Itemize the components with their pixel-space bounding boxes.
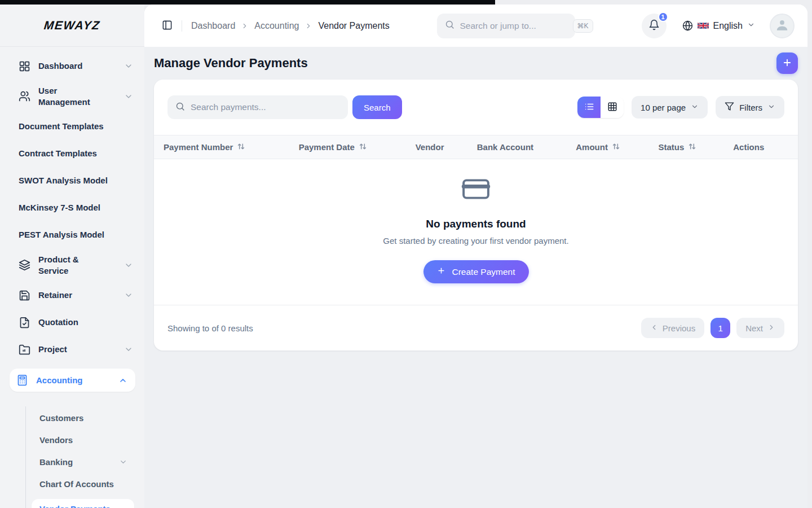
column-label: Status bbox=[659, 142, 685, 152]
sidebar-item-label: SWOT Analysis Model bbox=[19, 175, 108, 186]
sidebar-item-label: Dashboard bbox=[38, 60, 82, 72]
breadcrumb-accounting[interactable]: Accounting bbox=[254, 21, 299, 31]
sidebar-item-swot-analysis[interactable]: SWOT Analysis Model bbox=[9, 173, 135, 189]
column-payment-date[interactable]: Payment Date bbox=[299, 142, 416, 152]
content-area: Manage Vendor Payments Search bbox=[144, 47, 807, 508]
sidebar-header: MEWAYZ bbox=[0, 5, 144, 47]
sidebar-subitem-vendors[interactable]: Vendors bbox=[32, 433, 135, 447]
sidebar-subitem-customers[interactable]: Customers bbox=[32, 411, 135, 425]
chevron-down-icon bbox=[767, 103, 775, 112]
sort-icon bbox=[688, 142, 696, 152]
sidebar-item-project[interactable]: Project bbox=[9, 341, 135, 357]
grid-view-button[interactable] bbox=[601, 97, 624, 118]
global-search[interactable]: ⌘K bbox=[437, 14, 575, 38]
sidebar-subitem-label: Vendors bbox=[39, 435, 73, 445]
top-progress-bar bbox=[0, 0, 495, 5]
sidebar-item-dashboard[interactable]: Dashboard bbox=[9, 58, 135, 74]
search-shortcut-badge: ⌘K bbox=[573, 19, 593, 33]
column-bank-account: Bank Account bbox=[477, 142, 576, 152]
chevron-down-icon bbox=[124, 92, 133, 101]
notification-badge: 1 bbox=[658, 12, 668, 22]
per-page-select[interactable]: 10 per page bbox=[632, 96, 708, 119]
sidebar-item-quotation[interactable]: Quotation bbox=[9, 314, 135, 330]
pagination: Previous 1 Next bbox=[641, 318, 784, 338]
chevron-right-icon bbox=[241, 22, 249, 30]
avatar-person-icon bbox=[775, 17, 789, 34]
sidebar-item-label: McKinsey 7-S Model bbox=[19, 202, 100, 213]
calculator-icon bbox=[16, 374, 28, 386]
chevron-down-icon bbox=[124, 345, 133, 354]
sidebar-item-label: Project bbox=[38, 344, 67, 355]
sidebar-item-pest-analysis[interactable]: PEST Analysis Model bbox=[9, 227, 135, 243]
scrollbar-gutter bbox=[807, 0, 812, 508]
panel-toggle-icon bbox=[162, 20, 173, 32]
plus-icon bbox=[782, 58, 792, 69]
list-view-button[interactable] bbox=[577, 97, 601, 118]
sidebar-item-retainer[interactable]: Retainer bbox=[9, 287, 135, 303]
per-page-value: 10 per page bbox=[641, 103, 686, 112]
breadcrumb-current: Vendor Payments bbox=[318, 21, 389, 31]
topbar-divider bbox=[182, 20, 182, 32]
column-label: Amount bbox=[576, 142, 608, 152]
sidebar-toggle-button[interactable] bbox=[160, 17, 175, 34]
empty-state-subtitle: Get started by creating your first vendo… bbox=[383, 236, 568, 246]
filters-label: Filters bbox=[739, 103, 762, 112]
column-amount[interactable]: Amount bbox=[576, 142, 658, 152]
sidebar-item-contract-templates[interactable]: Contract Templates bbox=[9, 146, 135, 161]
search-icon bbox=[445, 20, 454, 32]
language-selector[interactable]: English bbox=[682, 20, 755, 31]
previous-page-button[interactable]: Previous bbox=[641, 318, 704, 338]
breadcrumb-dashboard[interactable]: Dashboard bbox=[191, 21, 235, 31]
create-payment-button[interactable]: Create Payment bbox=[423, 260, 529, 283]
view-toggle bbox=[577, 97, 624, 118]
brand-logo: MEWAYZ bbox=[43, 19, 101, 32]
sidebar-item-mckinsey-7s[interactable]: McKinsey 7-S Model bbox=[9, 200, 135, 216]
plus-icon bbox=[437, 266, 445, 277]
user-avatar[interactable] bbox=[770, 14, 795, 38]
payments-search-input[interactable] bbox=[191, 102, 340, 112]
main-panel: Dashboard Accounting Vendor Payments ⌘K … bbox=[144, 5, 807, 508]
chevron-down-icon bbox=[747, 21, 755, 30]
page-number-button[interactable]: 1 bbox=[710, 318, 730, 338]
global-search-input[interactable] bbox=[460, 21, 573, 31]
sidebar-subitem-vendor-payments[interactable]: Vendor Payments bbox=[32, 499, 134, 508]
bell-icon bbox=[648, 19, 660, 32]
language-label: English bbox=[713, 21, 743, 31]
sidebar-item-label: Quotation bbox=[38, 317, 78, 328]
sidebar-item-user-management[interactable]: User Management bbox=[9, 85, 135, 107]
toolbar-left: Search bbox=[167, 95, 402, 119]
sidebar-item-product-service[interactable]: Product & Service bbox=[9, 254, 135, 276]
column-status[interactable]: Status bbox=[659, 142, 734, 152]
sidebar-subitem-banking[interactable]: Banking bbox=[32, 455, 135, 469]
app-root: MEWAYZ Dashboard User Management Documen… bbox=[0, 0, 812, 508]
search-button[interactable]: Search bbox=[352, 95, 402, 119]
results-summary: Showing to of 0 results bbox=[167, 323, 253, 333]
column-label: Vendor bbox=[416, 142, 444, 152]
sidebar-subitem-label: Vendor Payments bbox=[39, 504, 111, 508]
chevron-right-icon bbox=[767, 323, 775, 333]
card-toolbar: Search 10 per page bbox=[154, 80, 798, 135]
sidebar-item-label: Product & Service bbox=[38, 254, 102, 276]
add-payment-button[interactable] bbox=[776, 52, 798, 74]
chevron-down-icon bbox=[691, 103, 699, 112]
sidebar-item-accounting[interactable]: Accounting bbox=[10, 369, 135, 392]
chevron-down-icon bbox=[119, 458, 127, 466]
create-payment-label: Create Payment bbox=[452, 267, 515, 277]
column-label: Bank Account bbox=[477, 142, 533, 152]
next-label: Next bbox=[745, 323, 763, 333]
column-vendor: Vendor bbox=[416, 142, 477, 152]
sidebar-subitem-chart-of-accounts[interactable]: Chart Of Accounts bbox=[32, 477, 135, 491]
filters-button[interactable]: Filters bbox=[716, 96, 784, 119]
chevron-down-icon bbox=[124, 62, 133, 71]
next-page-button[interactable]: Next bbox=[736, 318, 784, 338]
page-title: Manage Vendor Payments bbox=[154, 56, 308, 71]
payments-search[interactable] bbox=[167, 95, 348, 119]
topbar: Dashboard Accounting Vendor Payments ⌘K … bbox=[144, 5, 807, 47]
notifications-button[interactable]: 1 bbox=[642, 14, 667, 38]
column-label: Payment Number bbox=[164, 142, 233, 152]
column-payment-number[interactable]: Payment Number bbox=[164, 142, 299, 152]
sidebar-subitem-label: Banking bbox=[39, 457, 73, 467]
sidebar-item-document-templates[interactable]: Document Templates bbox=[9, 119, 135, 134]
uk-flag-icon bbox=[698, 22, 709, 29]
toolbar-right: 10 per page Filters bbox=[577, 96, 784, 119]
